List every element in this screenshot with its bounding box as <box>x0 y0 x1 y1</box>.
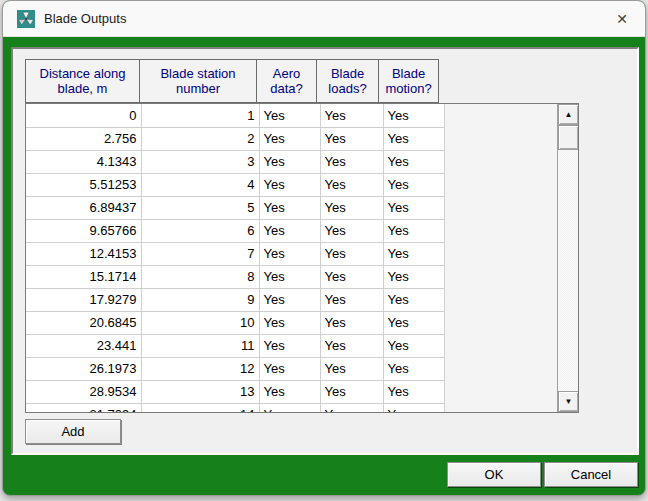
title-bar: Blade Outputs ✕ <box>3 1 645 37</box>
table-cell[interactable]: Yes <box>383 219 444 242</box>
table-row[interactable]: 5.512534YesYesYes <box>26 173 444 196</box>
table-cell[interactable]: Yes <box>320 104 383 127</box>
table-cell[interactable]: Yes <box>383 265 444 288</box>
table-header-row: Distance along blade, m Blade station nu… <box>25 59 439 103</box>
table-cell[interactable]: Yes <box>383 173 444 196</box>
table-cell[interactable]: 13 <box>141 380 259 403</box>
window-title: Blade Outputs <box>44 11 126 26</box>
table-cell[interactable]: 2 <box>141 127 259 150</box>
table-cell[interactable]: Yes <box>259 334 320 357</box>
table-cell[interactable]: 0 <box>26 104 141 127</box>
table-row[interactable]: 6.894375YesYesYes <box>26 196 444 219</box>
table-cell[interactable]: Yes <box>383 357 444 380</box>
table-cell[interactable]: Yes <box>259 242 320 265</box>
table-row[interactable]: 23.44111YesYesYes <box>26 334 444 357</box>
table-row[interactable]: 26.197312YesYesYes <box>26 357 444 380</box>
table-cell[interactable]: 4 <box>141 173 259 196</box>
table-row[interactable]: 31.709414YesYesYes <box>26 403 444 413</box>
header-blade-motion: Blade motion? <box>378 59 439 103</box>
table-cell[interactable]: Yes <box>320 311 383 334</box>
table-cell[interactable]: Yes <box>320 150 383 173</box>
table-cell[interactable]: Yes <box>320 403 383 413</box>
table-cell[interactable]: Yes <box>320 196 383 219</box>
table-cell[interactable]: 23.441 <box>26 334 141 357</box>
cancel-button[interactable]: Cancel <box>544 462 638 487</box>
table-cell[interactable]: Yes <box>383 104 444 127</box>
table-cell[interactable]: Yes <box>383 334 444 357</box>
table-cell[interactable]: Yes <box>259 357 320 380</box>
table-row[interactable]: 12.41537YesYesYes <box>26 242 444 265</box>
table-cell[interactable]: 3 <box>141 150 259 173</box>
table-cell[interactable]: Yes <box>320 334 383 357</box>
turbine-icon <box>17 10 35 28</box>
table-cell[interactable]: 5 <box>141 196 259 219</box>
table-cell[interactable]: 20.6845 <box>26 311 141 334</box>
table-cell[interactable]: Yes <box>259 150 320 173</box>
table-row[interactable]: 01YesYesYes <box>26 104 444 127</box>
table-cell[interactable]: Yes <box>259 288 320 311</box>
table-row[interactable]: 15.17148YesYesYes <box>26 265 444 288</box>
table-cell[interactable]: 7 <box>141 242 259 265</box>
table-cell[interactable]: 2.756 <box>26 127 141 150</box>
table-row[interactable]: 17.92799YesYesYes <box>26 288 444 311</box>
table-row[interactable]: 2.7562YesYesYes <box>26 127 444 150</box>
table-cell[interactable]: 9 <box>141 288 259 311</box>
scroll-down-icon[interactable]: ▼ <box>558 391 579 412</box>
table-cell[interactable]: Yes <box>259 104 320 127</box>
table-cell[interactable]: 17.9279 <box>26 288 141 311</box>
table-cell[interactable]: 26.1973 <box>26 357 141 380</box>
header-blade-loads: Blade loads? <box>316 59 379 103</box>
table-cell[interactable]: Yes <box>259 219 320 242</box>
table-cell[interactable]: Yes <box>320 288 383 311</box>
table-row[interactable]: 20.684510YesYesYes <box>26 311 444 334</box>
table-cell[interactable]: 6 <box>141 219 259 242</box>
table-cell[interactable]: Yes <box>320 265 383 288</box>
table-cell[interactable]: Yes <box>320 173 383 196</box>
table-cell[interactable]: Yes <box>383 311 444 334</box>
table-cell[interactable]: Yes <box>259 403 320 413</box>
table-cell[interactable]: Yes <box>259 380 320 403</box>
table-cell[interactable]: 6.89437 <box>26 196 141 219</box>
table-cell[interactable]: Yes <box>259 265 320 288</box>
table-cell[interactable]: Yes <box>320 127 383 150</box>
table-cell[interactable]: Yes <box>383 127 444 150</box>
table-cell[interactable]: Yes <box>383 196 444 219</box>
vertical-scrollbar[interactable]: ▲ ▼ <box>557 104 578 412</box>
table-cell[interactable]: Yes <box>259 196 320 219</box>
table-cell[interactable]: 8 <box>141 265 259 288</box>
table-cell[interactable]: Yes <box>383 403 444 413</box>
table-cell[interactable]: 28.9534 <box>26 380 141 403</box>
table-cell[interactable]: 12 <box>141 357 259 380</box>
table-cell[interactable]: 10 <box>141 311 259 334</box>
header-station: Blade station number <box>139 59 257 103</box>
table-cell[interactable]: 5.51253 <box>26 173 141 196</box>
table-cell[interactable]: Yes <box>383 150 444 173</box>
table-cell[interactable]: 15.1714 <box>26 265 141 288</box>
scrollbar-thumb[interactable] <box>558 125 579 150</box>
table-cell[interactable]: Yes <box>259 173 320 196</box>
close-icon[interactable]: ✕ <box>599 1 645 36</box>
table-row[interactable]: 9.657666YesYesYes <box>26 219 444 242</box>
table-cell[interactable]: Yes <box>320 219 383 242</box>
table-cell[interactable]: 11 <box>141 334 259 357</box>
table-cell[interactable]: 31.7094 <box>26 403 141 413</box>
table-cell[interactable]: 1 <box>141 104 259 127</box>
table-cell[interactable]: 14 <box>141 403 259 413</box>
table-cell[interactable]: 4.1343 <box>26 150 141 173</box>
scroll-up-icon[interactable]: ▲ <box>558 104 579 125</box>
table-cell[interactable]: Yes <box>259 127 320 150</box>
table-cell[interactable]: Yes <box>383 242 444 265</box>
add-button[interactable]: Add <box>25 419 121 444</box>
table-cell[interactable]: Yes <box>320 242 383 265</box>
table-cell[interactable]: 9.65766 <box>26 219 141 242</box>
table-row[interactable]: 4.13433YesYesYes <box>26 150 444 173</box>
table-cell[interactable]: 12.4153 <box>26 242 141 265</box>
table-cell[interactable]: Yes <box>259 311 320 334</box>
table-cell[interactable]: Yes <box>320 380 383 403</box>
table-row[interactable]: 28.953413YesYesYes <box>26 380 444 403</box>
ok-button[interactable]: OK <box>447 462 541 487</box>
table-cell[interactable]: Yes <box>383 380 444 403</box>
table-cell[interactable]: Yes <box>383 288 444 311</box>
blade-stations-table: 01YesYesYes2.7562YesYesYes4.13433YesYesY… <box>26 104 445 413</box>
table-cell[interactable]: Yes <box>320 357 383 380</box>
